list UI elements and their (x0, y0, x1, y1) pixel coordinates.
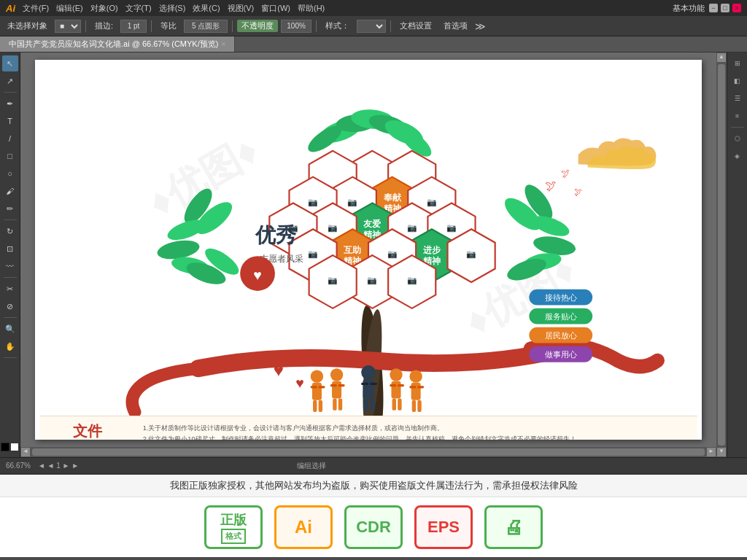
separator-2 (151, 20, 152, 32)
separator-5 (390, 20, 391, 32)
tool-separator-3 (4, 277, 17, 278)
svg-rect-97 (363, 399, 368, 411)
vertical-scrollbar[interactable]: ▲ ▼ (716, 52, 727, 457)
document-tab[interactable]: 中国共产党党员应知名词文化墙.ai @ 66.67% (CMYK/预览) × (0, 36, 235, 52)
right-panel-btn-3[interactable]: ☰ (729, 90, 746, 106)
page-nav[interactable]: ◄ ◄ 1 ► ► (38, 462, 79, 470)
zoom-tool[interactable]: 🔍 (2, 321, 18, 337)
basic-function-label[interactable]: 基本功能 (668, 1, 709, 15)
hand-tool[interactable]: ✋ (2, 338, 18, 354)
fill-swatch[interactable] (1, 443, 9, 451)
warp-tool[interactable]: 〰 (2, 258, 18, 274)
direct-select-tool[interactable]: ↗ (2, 73, 18, 89)
pencil-tool[interactable]: ✏ (2, 201, 18, 217)
svg-rect-107 (409, 386, 416, 388)
doc-settings-btn[interactable]: 文档设置 (395, 19, 436, 33)
toolbar-primary: 未选择对象 ■▲ 描边: 等比 不透明度 样式： 文档设置 首选项 ≫ (0, 16, 747, 36)
top-menu-bar: Ai 文件(F) 编辑(E) 对象(O) 文字(T) 选择(S) 效果(C) 视… (0, 0, 747, 16)
scroll-down-btn[interactable]: ▼ (717, 448, 726, 456)
transparency-button[interactable]: 不透明度 (237, 20, 278, 32)
svg-text:2.此文件为极小10磅尺寸，制作时请务必注意超过，遇到等放大: 2.此文件为极小10磅尺寸，制作时请务必注意超过，遇到等放大后可能会改变比例的问… (143, 435, 576, 440)
scroll-thumb[interactable] (718, 64, 725, 446)
select-tool[interactable]: ↖ (2, 55, 18, 71)
style-select[interactable] (357, 20, 386, 33)
opacity-value-input[interactable] (184, 20, 228, 33)
stroke-swatch[interactable] (10, 443, 19, 451)
horizontal-scrollbar[interactable]: ◄ ► (20, 447, 716, 457)
svg-text:📷: 📷 (328, 275, 338, 285)
svg-text:服务贴心: 服务贴心 (545, 312, 577, 321)
eraser-tool[interactable]: ⊘ (2, 298, 18, 314)
scale-tool[interactable]: ⊡ (2, 241, 18, 257)
badge-zhengban: 正版 格式 (204, 505, 263, 549)
rotate-tool[interactable]: ↻ (2, 223, 18, 239)
preferences-btn[interactable]: 首选项 (439, 19, 472, 33)
svg-text:♥: ♥ (295, 375, 304, 391)
right-panel-btn-5[interactable]: ⬡ (729, 131, 746, 147)
svg-text:📷: 📷 (387, 249, 398, 259)
svg-point-87 (330, 368, 343, 381)
swatch-row-1 (1, 443, 19, 451)
minimize-button[interactable]: − (709, 4, 718, 12)
copyright-text: 我图正版独家授权，其他网站发布均为盗版，购买使用盗版文件属违法行为，需承担侵权法… (0, 475, 747, 497)
tab-close-icon[interactable]: × (221, 40, 225, 48)
design-svg: ♦优图♦ ♦优图♦ ♦优图♦ (35, 60, 702, 440)
svg-rect-82 (312, 383, 322, 400)
text-tool[interactable]: T (2, 113, 18, 129)
svg-text:📷: 📷 (407, 222, 417, 233)
ellipse-tool[interactable]: ○ (2, 166, 18, 182)
canvas-area[interactable]: ▲ ▼ ◄ ► ♦优图♦ ♦优图♦ ♦优图♦ (20, 52, 727, 457)
svg-text:接待热心: 接待热心 (545, 293, 577, 302)
tool-separator-4 (4, 317, 17, 318)
scroll-right-btn[interactable]: ► (707, 448, 716, 456)
menu-effect[interactable]: 效果(C) (193, 3, 220, 14)
menu-bar: 文件(F) 编辑(E) 对象(O) 文字(T) 选择(S) 效果(C) 视图(V… (23, 3, 668, 14)
opacity-percent-input[interactable] (281, 20, 311, 33)
line-tool[interactable]: / (2, 131, 18, 147)
svg-rect-89 (330, 384, 337, 386)
maximize-button[interactable]: □ (721, 4, 729, 12)
svg-rect-94 (363, 380, 374, 399)
menu-file[interactable]: 文件(F) (23, 3, 49, 14)
cdr-label: CDR (356, 518, 391, 537)
menu-select[interactable]: 选择(S) (159, 3, 186, 14)
stroke-shape-select[interactable]: ■▲ (55, 20, 81, 33)
scroll-left-btn[interactable]: ◄ (21, 448, 30, 456)
app-icon: Ai (6, 3, 15, 14)
right-panel-btn-4[interactable]: ≡ (729, 108, 746, 124)
right-panel-btn-1[interactable]: ⊞ (729, 55, 746, 71)
tool-separator-2 (4, 219, 17, 220)
svg-text:做事用心: 做事用心 (545, 350, 577, 359)
menu-text[interactable]: 文字(T) (125, 3, 152, 14)
paintbrush-tool[interactable]: 🖌 (2, 183, 18, 199)
menu-help[interactable]: 帮助(H) (298, 3, 325, 14)
scroll-h-thumb[interactable] (32, 448, 705, 456)
svg-text:优秀: 优秀 (255, 224, 297, 246)
svg-rect-104 (398, 399, 401, 411)
stroke-label: 描边: (90, 19, 117, 33)
svg-text:📷: 📷 (427, 197, 437, 207)
scissors-tool[interactable]: ✂ (2, 281, 18, 297)
svg-rect-85 (313, 400, 317, 412)
svg-rect-95 (361, 383, 368, 385)
svg-rect-98 (370, 399, 375, 411)
arrow-right-icon[interactable]: ≫ (475, 20, 486, 32)
svg-text:📷: 📷 (466, 249, 476, 259)
scroll-up-btn[interactable]: ▲ (717, 53, 726, 62)
menu-edit[interactable]: 编辑(E) (56, 3, 83, 14)
svg-text:📷: 📷 (347, 197, 357, 207)
svg-rect-100 (391, 381, 400, 399)
right-panel-btn-6[interactable]: ◈ (729, 148, 746, 164)
svg-text:♥: ♥ (274, 360, 284, 380)
svg-point-99 (390, 368, 402, 381)
menu-object[interactable]: 对象(O) (90, 3, 118, 14)
menu-view[interactable]: 视图(V) (228, 3, 255, 14)
svg-rect-88 (332, 381, 341, 399)
pen-tool[interactable]: ✒ (2, 96, 18, 112)
stroke-value-input[interactable] (120, 20, 147, 33)
menu-window[interactable]: 窗口(W) (261, 3, 290, 14)
design-content: ♦优图♦ ♦优图♦ ♦优图♦ (35, 60, 702, 440)
right-panel-btn-2[interactable]: ◧ (729, 73, 746, 89)
close-button[interactable]: × (732, 4, 741, 12)
rect-tool[interactable]: □ (2, 148, 18, 164)
